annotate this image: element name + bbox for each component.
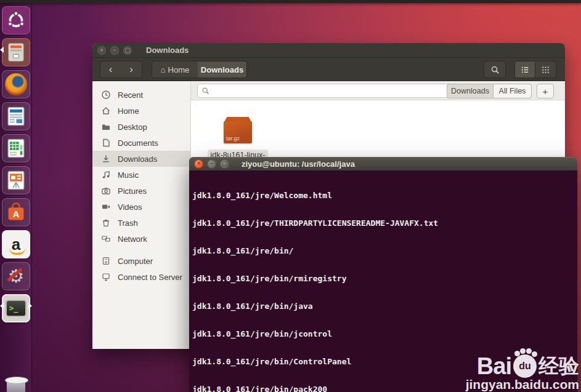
terminal-output-line: jdk1.8.0_161/jre/bin/jcontrol <box>192 329 574 338</box>
launcher-item-libreoffice-writer[interactable] <box>2 102 30 130</box>
dash-home-button[interactable] <box>2 6 30 34</box>
trash-bin-icon <box>7 380 25 392</box>
window-title: Downloads <box>146 46 189 55</box>
sidebar-item-downloads[interactable]: Downloads <box>92 151 190 167</box>
watermark-jingyan-text: 经验 <box>538 355 579 377</box>
sidebar-item-network[interactable]: Network <box>92 231 190 247</box>
archive-badge: tar.gz <box>226 135 240 142</box>
clock-icon <box>101 90 111 100</box>
sidebar-item-label: Recent <box>118 90 143 100</box>
computer-icon <box>101 256 111 266</box>
sidebar-item-pictures[interactable]: Pictures <box>92 183 190 199</box>
download-icon <box>101 154 111 164</box>
search-icon <box>201 87 209 95</box>
music-icon <box>101 170 111 180</box>
watermark-bai-text: Bai <box>477 354 511 378</box>
close-icon[interactable]: × <box>97 46 106 55</box>
list-view-icon <box>521 65 530 74</box>
terminal-output-line: jdk1.8.0_161/jre/THIRDPARTYLICENSEREADME… <box>192 218 574 228</box>
system-settings-icon: ⚙ <box>8 267 25 286</box>
maximize-icon[interactable]: ▢ <box>123 46 132 55</box>
sidebar-item-label: Videos <box>118 202 142 212</box>
top-panel <box>0 0 581 3</box>
libreoffice-impress-icon <box>5 169 27 191</box>
sidebar-item-desktop[interactable]: Desktop <box>92 119 190 135</box>
video-icon <box>101 202 111 212</box>
sidebar-item-home[interactable]: Home <box>92 103 190 119</box>
grid-view-icon <box>541 65 550 74</box>
home-icon: ⌂ <box>161 65 166 74</box>
ubuntu-logo-icon <box>6 10 26 31</box>
search-icon <box>490 65 500 74</box>
launcher-item-libreoffice-calc[interactable] <box>2 134 30 162</box>
server-icon <box>101 272 111 282</box>
folder-icon <box>101 122 111 132</box>
launcher-item-ubuntu-software[interactable]: A <box>2 198 30 226</box>
sidebar-item-label: Network <box>118 234 147 244</box>
baidu-paw-icon: du <box>513 354 537 378</box>
sidebar-item-connect-to-server[interactable]: Connect to Server <box>92 269 190 285</box>
sidebar-item-computer[interactable]: Computer <box>92 253 190 269</box>
launcher-item-amazon[interactable]: a <box>2 230 30 258</box>
ubuntu-software-icon: A <box>5 201 27 223</box>
breadcrumb-home[interactable]: ⌂ Home <box>152 61 198 78</box>
sidebar-item-trash[interactable]: Trash <box>92 215 190 231</box>
files-search-row: Downloads All Files + <box>191 82 565 100</box>
breadcrumb-home-label: Home <box>168 65 190 74</box>
view-list-button[interactable] <box>514 61 535 78</box>
launcher-item-libreoffice-impress[interactable] <box>2 166 30 194</box>
sidebar-item-label: Music <box>118 170 139 180</box>
sidebar-item-label: Trash <box>118 218 138 228</box>
sidebar-item-documents[interactable]: Documents <box>92 135 190 151</box>
breadcrumb-downloads[interactable]: Downloads <box>198 61 247 78</box>
sidebar-item-label: Home <box>118 106 139 116</box>
search-field[interactable] <box>197 84 453 98</box>
files-toolbar: ‹ › ⌂ Home Downloads <box>92 58 565 81</box>
amazon-icon: a <box>12 238 20 250</box>
files-sidebar: Recent Home Desktop Documents Downloads … <box>92 82 191 349</box>
sidebar-item-label: Downloads <box>118 154 157 164</box>
baidu-jingyan-watermark: Bai du 经验 jingyan.baidu.com <box>466 354 579 391</box>
launcher-item-firefox[interactable] <box>2 70 30 98</box>
firefox-icon <box>5 73 27 95</box>
minimize-icon[interactable]: − <box>207 159 216 169</box>
sidebar-item-label: Desktop <box>118 122 147 132</box>
filter-tab-downloads[interactable]: Downloads <box>447 84 494 98</box>
sidebar-item-music[interactable]: Music <box>92 167 190 183</box>
terminal-output-line: jdk1.8.0_161/jre/Welcome.html <box>192 191 574 200</box>
archive-icon: tar.gz <box>224 121 252 143</box>
minimize-icon[interactable]: − <box>110 46 119 55</box>
sidebar-item-videos[interactable]: Videos <box>92 199 190 215</box>
terminal-titlebar[interactable]: × − ▢ ziyou@ubuntu: /usr/local/java <box>189 157 577 170</box>
view-grid-button[interactable] <box>535 61 556 78</box>
libreoffice-calc-icon <box>5 137 27 159</box>
sidebar-item-label: Pictures <box>118 186 147 196</box>
forward-button[interactable]: › <box>121 61 142 78</box>
launcher-item-trash[interactable] <box>2 374 30 392</box>
files-titlebar[interactable]: × − ▢ Downloads <box>92 43 565 58</box>
camera-icon <box>101 186 111 196</box>
sidebar-item-label: Connect to Server <box>118 273 182 282</box>
terminal-output-line: jdk1.8.0_161/jre/bin/rmiregistry <box>192 274 574 283</box>
launcher-item-files[interactable] <box>2 38 30 66</box>
filter-tab-all-files[interactable]: All Files <box>494 84 532 98</box>
back-button[interactable]: ‹ <box>100 61 121 78</box>
search-input[interactable] <box>212 87 453 95</box>
sidebar-item-recent[interactable]: Recent <box>92 87 190 103</box>
launcher-item-terminal[interactable]: >_ <box>2 294 30 322</box>
add-filter-button[interactable]: + <box>537 84 554 98</box>
watermark-url: jingyan.baidu.com <box>466 378 579 391</box>
svg-text:A: A <box>13 209 20 219</box>
maximize-icon[interactable]: ▢ <box>220 159 229 169</box>
libreoffice-writer-icon <box>5 105 27 127</box>
window-title: ziyou@ubuntu: /usr/local/java <box>242 159 355 169</box>
network-icon <box>101 234 111 244</box>
close-icon[interactable]: × <box>194 159 203 169</box>
file-cabinet-icon <box>5 41 27 63</box>
files-running-indicator <box>0 47 4 53</box>
document-icon <box>101 138 111 148</box>
sidebar-separator <box>92 247 190 253</box>
sidebar-item-label: Computer <box>118 257 153 266</box>
search-button[interactable] <box>484 61 506 78</box>
launcher-item-system-settings[interactable]: ⚙ <box>2 262 30 290</box>
